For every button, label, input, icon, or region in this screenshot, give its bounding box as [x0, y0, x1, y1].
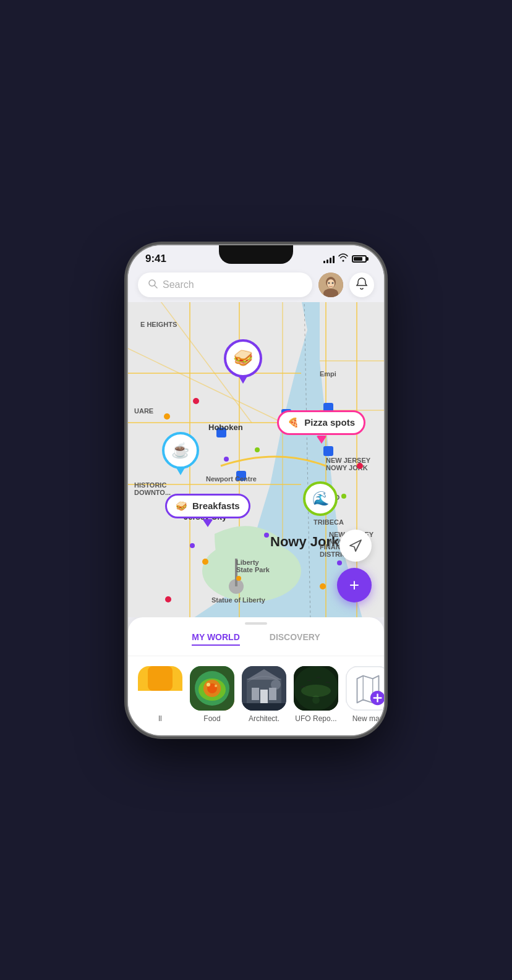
map-card-label-architect: Architect. [249, 714, 279, 723]
svg-point-7 [332, 282, 334, 284]
svg-point-48 [312, 696, 320, 704]
map-background: E HEIGHTS UARE Hoboken HISTORICDOWNTO...… [128, 302, 384, 617]
svg-rect-40 [252, 688, 259, 700]
tab-row: MY WORLD DISCOVERY [128, 632, 384, 656]
svg-point-6 [328, 282, 330, 284]
breakfasts-pill[interactable]: 🥪 Breakfasts [165, 494, 250, 518]
status-icons [323, 253, 367, 264]
navigate-button[interactable] [339, 530, 372, 562]
svg-rect-29 [235, 559, 237, 586]
avatar-button[interactable] [318, 272, 343, 297]
avatar-image [318, 272, 343, 297]
breakfasts-label: Breakfasts [192, 501, 240, 511]
wifi-icon [338, 253, 348, 264]
notification-bell-button[interactable] [349, 272, 374, 297]
map-dot-red-1 [193, 398, 199, 404]
sandwich-pin-circle[interactable]: 🥪 [224, 339, 262, 378]
map-pin-coffee[interactable]: ☕ [162, 432, 199, 469]
tab-my-world[interactable]: MY WORLD [192, 632, 240, 646]
map-dot-yellow-1 [164, 413, 170, 420]
map-dot-purple-4 [264, 533, 269, 538]
map-card-architect[interactable]: Architect. [242, 666, 286, 723]
map-card-food[interactable]: Food [190, 666, 234, 723]
search-bar[interactable]: Search [138, 272, 312, 297]
pizza-label: Pizza spots [304, 417, 355, 428]
map-area[interactable]: E HEIGHTS UARE Hoboken HISTORICDOWNTO...… [128, 302, 384, 617]
pizza-pill[interactable]: 🍕 Pizza spots [277, 410, 365, 435]
pizza-emoji: 🍕 [288, 417, 299, 428]
map-card-label-new: New map [352, 714, 384, 723]
svg-point-47 [301, 685, 331, 697]
svg-point-36 [215, 685, 217, 687]
map-dot-purple-1 [224, 457, 229, 462]
svg-rect-26 [323, 446, 333, 456]
map-card-new[interactable]: New map [346, 666, 384, 723]
map-dot-green-2 [341, 494, 346, 499]
signal-icon [323, 255, 335, 263]
map-card-label-all: ll [158, 714, 161, 723]
map-card-all[interactable]: ll [138, 666, 182, 723]
svg-rect-41 [269, 688, 276, 700]
wave-pin-circle[interactable]: 🌊 [303, 481, 338, 516]
svg-rect-43 [242, 703, 286, 711]
bell-icon [356, 277, 368, 293]
svg-rect-24 [216, 428, 226, 437]
status-time: 9:41 [145, 253, 166, 265]
phone-frame: 9:41 [128, 245, 384, 735]
map-thumb-food [190, 666, 234, 711]
map-dot-orange-2 [236, 576, 241, 581]
map-dot-red-3 [165, 596, 171, 602]
map-thumb-new-map [346, 666, 384, 711]
breakfasts-emoji: 🥪 [176, 501, 187, 512]
map-pin-breakfasts[interactable]: 🥪 Breakfasts [165, 494, 250, 518]
map-thumb-ufo [294, 666, 338, 711]
map-card-ufo[interactable]: UFO Repo... [294, 666, 338, 723]
svg-rect-22 [236, 471, 246, 481]
map-dot-red-2 [357, 463, 363, 469]
battery-icon [352, 255, 367, 263]
map-dot-purple-2 [190, 543, 195, 548]
map-dot-orange-1 [202, 559, 208, 565]
map-dot-green-1 [255, 447, 260, 452]
tab-discovery[interactable]: DISCOVERY [270, 632, 320, 646]
add-button[interactable]: + [337, 568, 372, 602]
search-icon [148, 279, 158, 291]
map-dot-purple-3 [337, 560, 342, 565]
maps-row: ll [128, 656, 384, 725]
map-card-label-food: Food [203, 714, 220, 723]
svg-line-1 [155, 285, 157, 288]
notch [219, 245, 293, 264]
coffee-pin-circle[interactable]: ☕ [162, 432, 199, 469]
map-dot-yellow-2 [320, 583, 326, 589]
search-area: Search [128, 268, 384, 302]
map-pin-wave[interactable]: 🌊 [303, 481, 338, 516]
drag-handle [245, 622, 267, 625]
map-card-label-ufo: UFO Repo... [295, 714, 336, 723]
search-placeholder: Search [163, 279, 194, 290]
map-pin-pizza[interactable]: 🍕 Pizza spots [277, 410, 365, 435]
map-thumb-architect [242, 666, 286, 711]
svg-point-35 [207, 683, 210, 686]
map-pin-sandwich[interactable]: 🥪 [224, 339, 262, 378]
bottom-panel: MY WORLD DISCOVERY ll [128, 617, 384, 735]
phone-inner: 9:41 [128, 245, 384, 735]
add-icon: + [349, 577, 359, 594]
map-thumb-all [138, 666, 182, 711]
